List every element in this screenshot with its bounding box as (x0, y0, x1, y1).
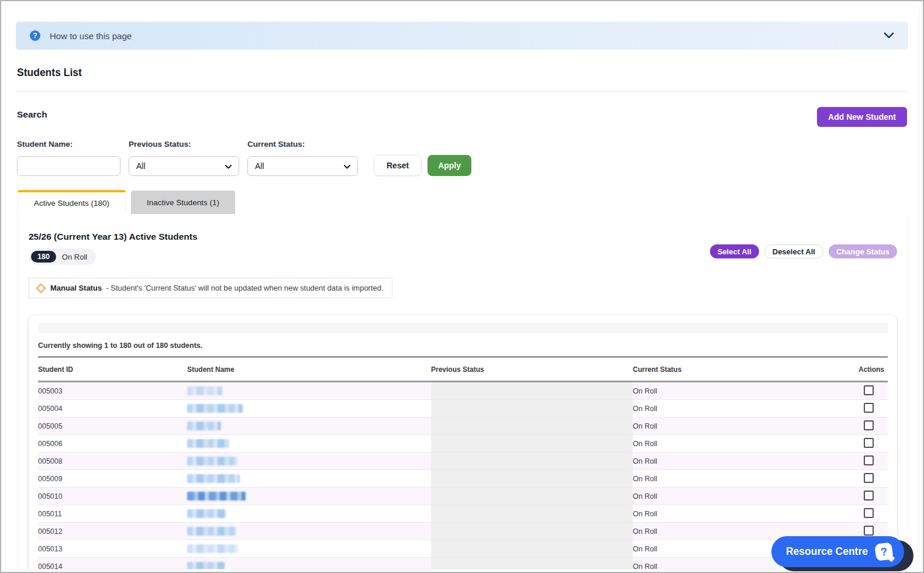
deselect-all-button[interactable]: Deselect All (764, 244, 823, 258)
student-name-redacted (187, 422, 221, 430)
student-name-input[interactable] (17, 156, 120, 176)
actions-cell (833, 488, 888, 505)
table-row: 005005 On Roll (38, 417, 888, 435)
student-name-cell[interactable] (187, 523, 431, 540)
active-students-panel: 25/26 (Current Year 13) Active Students … (18, 214, 908, 569)
student-name-redacted (187, 439, 229, 448)
chevron-down-icon (344, 161, 350, 171)
student-name-cell[interactable] (187, 470, 431, 488)
cohort-heading: 25/26 (Current Year 13) Active Students (29, 232, 198, 242)
resource-centre-button[interactable]: Resource Centre ? (771, 536, 904, 567)
current-status-label: Current Status: (247, 140, 358, 149)
previous-status-cell (431, 400, 633, 417)
current-status-cell: On Roll (633, 400, 833, 417)
col-student-name: Student Name (187, 357, 431, 382)
current-status-cell: On Roll (633, 470, 833, 488)
table-row: 005003 On Roll (38, 382, 888, 400)
current-status-select[interactable]: All (247, 156, 358, 176)
students-table: Student ID Student Name Previous Status … (38, 356, 888, 569)
student-name-redacted (187, 457, 237, 465)
row-select-checkbox[interactable] (864, 420, 874, 430)
add-new-student-button[interactable]: Add New Student (817, 107, 907, 127)
on-roll-label: On Roll (62, 253, 87, 261)
table-toolbar-strip (38, 323, 888, 333)
student-name-redacted (187, 492, 246, 500)
change-status-button[interactable]: Change Status (829, 244, 897, 258)
student-name-cell[interactable] (187, 382, 431, 400)
student-name-cell[interactable] (187, 417, 431, 435)
student-id-cell: 005006 (38, 435, 187, 453)
on-roll-count: 180 (31, 251, 56, 263)
manual-status-title: Manual Status (50, 284, 102, 292)
student-name-redacted (187, 562, 225, 569)
table-row: 005011 On Roll (38, 505, 888, 523)
tab-inactive-students[interactable]: Inactive Students (1) (131, 191, 235, 214)
student-id-cell: 005008 (38, 453, 187, 470)
student-id-cell: 005005 (38, 417, 187, 435)
page-title: Students List (17, 67, 908, 79)
actions-cell (833, 400, 888, 417)
student-name-cell[interactable] (187, 435, 431, 453)
select-all-button[interactable]: Select All (710, 244, 759, 258)
table-row: 005010 On Roll (38, 488, 888, 505)
student-id-cell: 005004 (38, 400, 187, 417)
row-select-checkbox[interactable] (864, 508, 874, 518)
student-name-redacted (187, 386, 222, 395)
table-header-row: Student ID Student Name Previous Status … (38, 357, 888, 382)
manual-status-text: Manual Status - Student's 'Current Statu… (50, 284, 384, 292)
resource-centre-widget: Resource Centre ? (771, 536, 904, 567)
student-name-redacted (187, 527, 236, 536)
current-status-cell: On Roll (633, 488, 833, 505)
students-table-card: Currently showing 1 to 180 out of 180 st… (29, 315, 897, 569)
student-name-cell[interactable] (187, 488, 431, 505)
col-student-id: Student ID (38, 357, 187, 382)
help-banner[interactable]: ? How to use this page (16, 22, 908, 50)
student-name-cell[interactable] (187, 505, 431, 523)
manual-status-note: Manual Status - Student's 'Current Statu… (29, 278, 392, 298)
previous-status-cell (431, 470, 633, 488)
previous-status-cell (431, 488, 633, 505)
chevron-down-icon[interactable] (884, 32, 894, 39)
row-select-checkbox[interactable] (864, 438, 874, 448)
actions-cell (833, 470, 888, 488)
student-id-cell: 005013 (38, 540, 187, 558)
current-status-selected-value: All (255, 161, 264, 171)
student-id-cell: 005003 (38, 382, 187, 400)
row-select-checkbox[interactable] (864, 491, 874, 500)
current-status-cell: On Roll (633, 505, 833, 523)
help-banner-label: How to use this page (50, 31, 132, 41)
previous-status-cell (431, 505, 633, 523)
previous-status-cell (431, 540, 633, 558)
col-current-status: Current Status (633, 357, 833, 382)
results-summary: Currently showing 1 to 180 out of 180 st… (38, 341, 888, 350)
student-id-cell: 005009 (38, 470, 187, 488)
previous-status-select[interactable]: All (129, 156, 239, 176)
search-heading: Search (17, 107, 47, 120)
row-select-checkbox[interactable] (864, 526, 874, 536)
tab-active-students[interactable]: Active Students (180) (18, 190, 126, 213)
student-name-cell[interactable] (187, 558, 431, 570)
reset-button[interactable]: Reset (374, 155, 422, 176)
row-select-checkbox[interactable] (864, 473, 874, 483)
previous-status-cell (431, 558, 633, 570)
previous-status-label: Previous Status: (129, 140, 239, 149)
previous-status-selected-value: All (136, 161, 146, 171)
actions-cell (833, 453, 888, 470)
previous-status-cell (431, 382, 633, 400)
table-row: 005004 On Roll (38, 400, 888, 417)
table-row: 005006 On Roll (38, 435, 888, 453)
actions-cell (833, 435, 888, 453)
row-select-checkbox[interactable] (864, 403, 874, 413)
col-previous-status: Previous Status (431, 357, 633, 382)
student-name-cell[interactable] (187, 400, 431, 417)
student-name-redacted (187, 544, 238, 553)
apply-button[interactable]: Apply (427, 155, 471, 176)
row-select-checkbox[interactable] (864, 385, 874, 395)
student-name-cell[interactable] (187, 453, 431, 470)
previous-status-cell (431, 417, 633, 435)
table-row: 005009 On Roll (38, 470, 888, 488)
student-name-redacted (187, 404, 243, 413)
question-circle-icon: ? (30, 30, 40, 41)
student-name-cell[interactable] (187, 540, 431, 558)
row-select-checkbox[interactable] (864, 455, 874, 465)
